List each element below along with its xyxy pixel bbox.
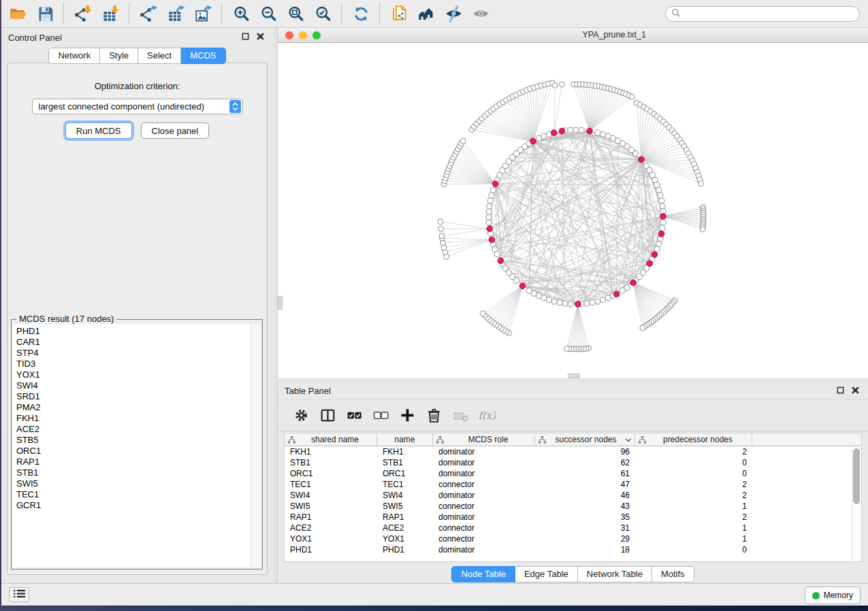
table-row[interactable]: PHD1PHD1dominator180: [285, 544, 861, 555]
float-table-panel-icon[interactable]: [836, 386, 845, 395]
svg-text:f(x): f(x): [479, 410, 496, 422]
float-panel-icon[interactable]: [241, 32, 250, 41]
mcds-result-item[interactable]: YOX1: [16, 369, 248, 380]
save-session-button[interactable]: [31, 1, 59, 26]
mcds-result-item[interactable]: SWI5: [16, 478, 248, 489]
table-row[interactable]: RAP1RAP1dominator352: [285, 512, 861, 523]
first-neighbors-button[interactable]: [413, 1, 440, 26]
mcds-result-item[interactable]: TEC1: [16, 489, 248, 500]
cell-successor_nodes: 47: [535, 480, 635, 489]
mcds-result-item[interactable]: STB1: [16, 467, 248, 478]
table-row[interactable]: STB1STB1dominator620: [285, 457, 861, 468]
window-maximize-button[interactable]: [312, 31, 321, 39]
mcds-result-item[interactable]: STB5: [16, 435, 248, 446]
delete-column-button[interactable]: [421, 403, 446, 428]
table-tab-node-table[interactable]: Node Table: [451, 566, 515, 582]
delete-table-button[interactable]: [448, 403, 472, 428]
network-graph[interactable]: [278, 43, 867, 378]
open-session-button[interactable]: [4, 1, 31, 26]
mcds-result-item[interactable]: FKH1: [16, 413, 248, 424]
mcds-result-item[interactable]: ORC1: [16, 446, 248, 457]
close-table-panel-icon[interactable]: [851, 386, 860, 395]
zoom-fit-icon: [287, 5, 305, 23]
export-network-button[interactable]: [135, 1, 162, 26]
import-table-button[interactable]: [97, 1, 124, 26]
cell-name: STB1: [377, 458, 433, 467]
function-builder-button[interactable]: f(x): [475, 403, 499, 428]
show-all-button[interactable]: [467, 1, 494, 26]
add-column-button[interactable]: [395, 403, 419, 428]
mcds-result-item[interactable]: PMA2: [16, 402, 248, 413]
table-tab-motifs[interactable]: Motifs: [652, 566, 694, 582]
network-horizontal-scrollthumb[interactable]: [568, 374, 580, 378]
mcds-result-item[interactable]: ACE2: [16, 424, 248, 435]
table-row[interactable]: SWI4SWI4dominator462: [285, 490, 861, 501]
mcds-result-item[interactable]: PHD1: [16, 326, 248, 337]
column-header-predecessor-nodes[interactable]: predecessor nodes: [635, 433, 752, 446]
tab-mcds[interactable]: MCDS: [181, 48, 225, 64]
export-table-button[interactable]: [162, 1, 189, 26]
table-row[interactable]: TEC1TEC1connector472: [285, 479, 861, 490]
result-scrollbar[interactable]: [251, 324, 261, 567]
cell-shared_name: PHD1: [285, 545, 377, 555]
optimization-criterion-label: Optimization criterion:: [95, 81, 180, 91]
tab-style[interactable]: Style: [100, 48, 138, 64]
zoom-selected-button[interactable]: [309, 1, 336, 26]
mcds-result-item[interactable]: TID3: [16, 359, 248, 369]
tab-network[interactable]: Network: [48, 48, 100, 64]
memory-button[interactable]: Memory: [805, 587, 861, 604]
tab-select[interactable]: Select: [138, 48, 181, 64]
column-header-shared-name[interactable]: shared name: [285, 433, 377, 446]
zoom-in-button[interactable]: [227, 1, 255, 26]
window-close-button[interactable]: [285, 31, 293, 39]
show-columns-button[interactable]: [315, 403, 340, 428]
table-row[interactable]: SWI5SWI5connector431: [285, 501, 861, 512]
hide-selected-button[interactable]: [440, 1, 467, 26]
mcds-result-item[interactable]: RAP1: [16, 457, 248, 467]
network-view[interactable]: [278, 43, 868, 378]
column-header-MCDS-role[interactable]: MCDS role: [433, 433, 535, 446]
table-scrollbar[interactable]: [852, 446, 861, 561]
table-row[interactable]: FKH1FKH1dominator962: [285, 446, 861, 457]
zoom-fit-button[interactable]: [282, 1, 309, 26]
network-vertical-scrollthumb[interactable]: [278, 296, 283, 310]
table-options-button[interactable]: [289, 403, 313, 428]
select-all-button[interactable]: [342, 403, 366, 428]
close-panel-button[interactable]: Close panel: [141, 122, 210, 139]
mcds-result-item[interactable]: STP4: [16, 348, 248, 359]
mcds-result-item[interactable]: GCR1: [16, 500, 248, 511]
apply-layout-button[interactable]: [347, 1, 374, 26]
cell-successor_nodes: 46: [535, 491, 635, 500]
cell-name: PHD1: [377, 545, 433, 555]
task-history-button[interactable]: [9, 587, 29, 602]
network-window-titlebar: YPA_prune.txt_1: [278, 28, 868, 43]
table-row[interactable]: ORC1ORC1dominator610: [285, 468, 861, 479]
deselect-all-button[interactable]: [368, 403, 393, 428]
cell-predecessor_nodes: 0: [635, 458, 752, 467]
close-panel-icon[interactable]: [256, 32, 265, 41]
mcds-result-item[interactable]: SWI4: [16, 380, 248, 391]
new-network-from-selection-button[interactable]: [385, 1, 413, 26]
search-input[interactable]: [684, 7, 859, 21]
shared-column-icon: [436, 435, 445, 444]
table-row[interactable]: ACE2ACE2connector311: [285, 523, 861, 533]
cell-mcds_role: dominator: [433, 512, 535, 522]
table-tab-edge-table[interactable]: Edge Table: [515, 566, 578, 582]
column-header-name[interactable]: name: [377, 433, 433, 446]
run-mcds-button[interactable]: Run MCDS: [65, 122, 132, 139]
table-row[interactable]: YOX1YOX1connector291: [285, 533, 861, 544]
criterion-value: largest connected component (undirected): [39, 101, 205, 112]
window-minimize-button[interactable]: [299, 31, 307, 39]
cell-mcds_role: connector: [433, 523, 535, 533]
search-box[interactable]: [665, 6, 860, 22]
export-image-button[interactable]: [189, 1, 216, 26]
criterion-dropdown[interactable]: largest connected component (undirected): [32, 99, 243, 114]
table-tab-network-table[interactable]: Network Table: [578, 566, 652, 582]
import-network-button[interactable]: [69, 1, 97, 26]
column-header-successor-nodes[interactable]: successor nodes: [535, 433, 635, 446]
cell-successor_nodes: 35: [535, 512, 635, 522]
mcds-result-item[interactable]: CAR1: [16, 337, 248, 348]
zoom-out-button[interactable]: [255, 1, 282, 26]
table-scrollbar-thumb[interactable]: [853, 448, 860, 504]
mcds-result-item[interactable]: SRD1: [16, 391, 248, 402]
